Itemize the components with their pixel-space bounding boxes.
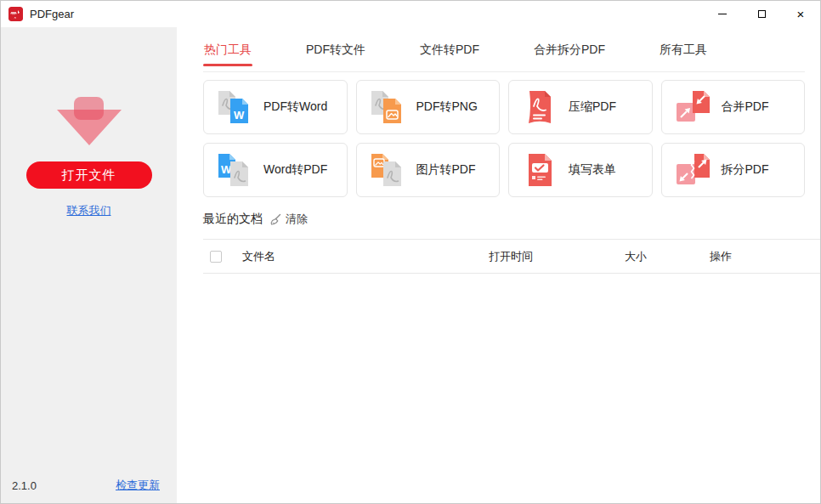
close-button[interactable]: × — [781, 1, 820, 27]
tab-all-tools[interactable]: 所有工具 — [659, 42, 708, 71]
recent-table-body — [203, 274, 805, 503]
word-to-pdf-icon: W — [216, 151, 253, 189]
minimize-button[interactable] — [703, 1, 742, 27]
tab-pdf-to-file[interactable]: PDF转文件 — [305, 42, 366, 71]
broom-icon — [269, 212, 282, 226]
download-arrow-icon — [25, 93, 153, 155]
tool-card-label: 合并PDF — [722, 99, 769, 115]
column-header-filename: 文件名 — [242, 249, 489, 264]
recent-documents-header: 最近的文档 清除 — [203, 212, 805, 227]
titlebar: PDFgear × — [1, 1, 820, 27]
column-header-open-time: 打开时间 — [489, 249, 625, 264]
tab-hot-tools[interactable]: 热门工具 — [203, 42, 252, 71]
column-header-size: 大小 — [625, 249, 710, 264]
tool-card-fill-form[interactable]: 填写表单 — [508, 143, 653, 197]
pdfgear-logo-icon — [8, 7, 23, 21]
tool-card-merge-pdf[interactable]: 合并PDF — [661, 80, 806, 134]
tool-card-label: 图片转PDF — [416, 162, 476, 178]
select-all-checkbox[interactable] — [210, 251, 222, 263]
fill-form-icon — [521, 151, 558, 189]
tool-card-pdf-to-word[interactable]: W PDF转Word — [203, 80, 348, 134]
tool-card-word-to-pdf[interactable]: W Word转PDF — [203, 143, 348, 197]
recent-documents-title: 最近的文档 — [203, 212, 263, 227]
tab-merge-split-pdf[interactable]: 合并拆分PDF — [533, 42, 606, 71]
tool-card-label: 拆分PDF — [722, 162, 769, 178]
split-pdf-icon — [674, 151, 711, 189]
tool-card-label: PDF转Word — [263, 99, 327, 115]
tool-card-grid: W PDF转Word PDF转PNG — [203, 80, 805, 197]
tool-card-label: PDF转PNG — [416, 99, 478, 115]
tool-card-pdf-to-png[interactable]: PDF转PNG — [356, 80, 501, 134]
sidebar: 打开文件 联系我们 2.1.0 检查更新 — [1, 27, 177, 503]
pdf-to-word-icon: W — [216, 88, 253, 126]
svg-text:W: W — [234, 109, 245, 122]
check-update-link[interactable]: 检查更新 — [116, 478, 160, 493]
maximize-button[interactable] — [742, 1, 781, 27]
window-controls: × — [703, 1, 820, 27]
tool-card-image-to-pdf[interactable]: 图片转PDF — [356, 143, 501, 197]
tool-card-label: 填写表单 — [569, 162, 616, 178]
tool-card-label: Word转PDF — [263, 162, 327, 178]
tool-card-label: 压缩PDF — [569, 99, 616, 115]
tool-card-split-pdf[interactable]: 拆分PDF — [661, 143, 806, 197]
tab-bar: 热门工具 PDF转文件 文件转PDF 合并拆分PDF 所有工具 — [203, 27, 805, 72]
sidebar-bottom: 2.1.0 检查更新 — [1, 478, 177, 503]
image-to-pdf-icon — [369, 151, 406, 189]
close-icon: × — [797, 8, 805, 20]
recent-table-header: 文件名 打开时间 大小 操作 — [203, 239, 820, 274]
app-title: PDFgear — [30, 8, 74, 20]
pdfgear-window: PDFgear × 打开文件 联系我们 2.1.0 检查更新 热门工具 — [1, 1, 820, 503]
minimize-icon — [718, 14, 727, 14]
tab-file-to-pdf[interactable]: 文件转PDF — [419, 42, 480, 71]
open-file-button[interactable]: 打开文件 — [26, 161, 152, 189]
main-content: 热门工具 PDF转文件 文件转PDF 合并拆分PDF 所有工具 W — [177, 27, 820, 503]
clear-recent-button[interactable]: 清除 — [269, 212, 308, 227]
compress-pdf-icon — [521, 88, 558, 126]
contact-us-link[interactable]: 联系我们 — [67, 203, 111, 218]
column-header-actions: 操作 — [710, 249, 820, 264]
maximize-icon — [758, 10, 766, 18]
version-label: 2.1.0 — [12, 479, 37, 492]
tool-card-compress-pdf[interactable]: 压缩PDF — [508, 80, 653, 134]
clear-recent-label: 清除 — [286, 212, 308, 227]
pdf-to-png-icon — [369, 88, 406, 126]
window-body: 打开文件 联系我们 2.1.0 检查更新 热门工具 PDF转文件 文件转PDF … — [1, 27, 820, 503]
merge-pdf-icon — [674, 88, 711, 126]
